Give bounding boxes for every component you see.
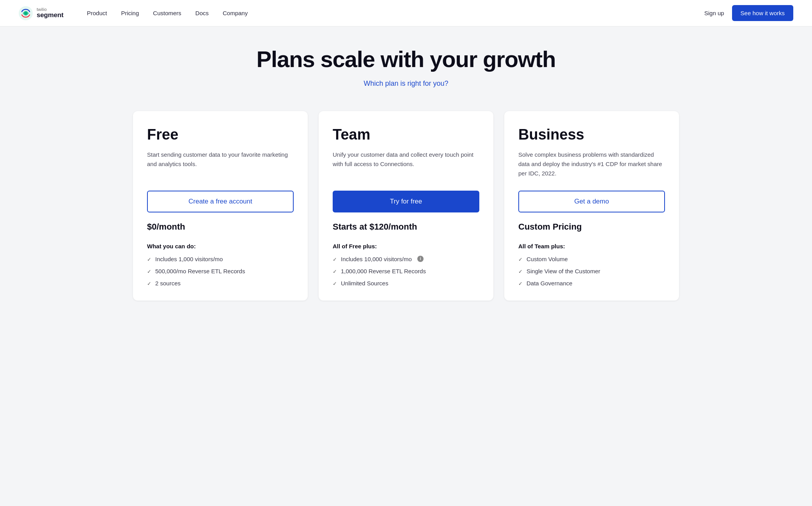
check-icon: ✓ xyxy=(518,281,523,287)
nav-actions: Sign up See how it works xyxy=(704,5,793,21)
check-icon: ✓ xyxy=(333,281,337,287)
nav-links: Product Pricing Customers Docs Company xyxy=(87,10,704,16)
check-icon: ✓ xyxy=(147,257,151,262)
check-icon: ✓ xyxy=(333,257,337,262)
feature-text: Single View of the Customer xyxy=(527,268,600,274)
plan-card-team: Team Unify your customer data and collec… xyxy=(319,111,493,301)
check-icon: ✓ xyxy=(518,257,523,262)
feature-list-free: ✓ Includes 1,000 visitors/mo ✓ 500,000/m… xyxy=(147,256,294,287)
navbar: twilio segment Product Pricing Customers… xyxy=(0,0,812,27)
see-how-it-works-button[interactable]: See how it works xyxy=(732,5,793,21)
get-a-demo-button[interactable]: Get a demo xyxy=(518,191,665,212)
feature-list-team: ✓ Includes 10,000 visitors/mo i ✓ 1,000,… xyxy=(333,256,479,287)
feature-item: ✓ Includes 10,000 visitors/mo i xyxy=(333,256,479,262)
feature-list-business: ✓ Custom Volume ✓ Single View of the Cus… xyxy=(518,256,665,287)
hero-title: Plans scale with your growth xyxy=(19,47,793,72)
features-label-team: All of Free plus: xyxy=(333,243,479,249)
svg-point-1 xyxy=(24,12,27,15)
plan-price-team: Starts at $120/month xyxy=(333,222,479,232)
feature-text: Unlimited Sources xyxy=(341,280,388,287)
pricing-section: Free Start sending customer data to your… xyxy=(0,97,812,324)
feature-item: ✓ Single View of the Customer xyxy=(518,268,665,274)
feature-item: ✓ Unlimited Sources xyxy=(333,280,479,287)
plan-description-free: Start sending customer data to your favo… xyxy=(147,150,294,180)
try-for-free-button[interactable]: Try for free xyxy=(333,191,479,212)
check-icon: ✓ xyxy=(333,269,337,274)
feature-text: Data Governance xyxy=(527,280,573,287)
feature-item: ✓ Includes 1,000 visitors/mo xyxy=(147,256,294,262)
hero-subtitle-link[interactable]: Which plan is right for you? xyxy=(363,80,448,87)
plan-description-team: Unify your customer data and collect eve… xyxy=(333,150,479,180)
feature-text: 500,000/mo Reverse ETL Records xyxy=(155,268,245,274)
logo-text: twilio segment xyxy=(37,7,64,19)
nav-link-product[interactable]: Product xyxy=(87,10,107,16)
feature-text: 2 sources xyxy=(155,280,181,287)
plan-name-business: Business xyxy=(518,127,665,143)
logo[interactable]: twilio segment xyxy=(19,6,64,20)
feature-item: ✓ Custom Volume xyxy=(518,256,665,262)
logo-segment-label: segment xyxy=(37,12,64,19)
check-icon: ✓ xyxy=(518,269,523,274)
create-free-account-button[interactable]: Create a free account xyxy=(147,191,294,212)
plan-price-free: $0/month xyxy=(147,222,294,232)
feature-item: ✓ 500,000/mo Reverse ETL Records xyxy=(147,268,294,274)
check-icon: ✓ xyxy=(147,281,151,287)
feature-text: Includes 1,000 visitors/mo xyxy=(155,256,223,262)
nav-link-customers[interactable]: Customers xyxy=(153,10,181,16)
signup-link[interactable]: Sign up xyxy=(704,10,724,16)
plan-description-business: Solve complex business problems with sta… xyxy=(518,150,665,180)
plan-card-business: Business Solve complex business problems… xyxy=(504,111,679,301)
feature-text: 1,000,000 Reverse ETL Records xyxy=(341,268,426,274)
pricing-grid: Free Start sending customer data to your… xyxy=(133,111,679,301)
feature-text: Includes 10,000 visitors/mo xyxy=(341,256,412,262)
logo-icon xyxy=(19,6,33,20)
info-icon[interactable]: i xyxy=(417,256,424,262)
nav-link-pricing[interactable]: Pricing xyxy=(121,10,139,16)
features-label-free: What you can do: xyxy=(147,243,294,249)
plan-price-business: Custom Pricing xyxy=(518,222,665,232)
hero-section: Plans scale with your growth Which plan … xyxy=(0,27,812,97)
features-label-business: All of Team plus: xyxy=(518,243,665,249)
nav-link-company[interactable]: Company xyxy=(223,10,248,16)
feature-item: ✓ Data Governance xyxy=(518,280,665,287)
nav-link-docs[interactable]: Docs xyxy=(195,10,209,16)
feature-item: ✓ 2 sources xyxy=(147,280,294,287)
plan-name-team: Team xyxy=(333,127,479,143)
check-icon: ✓ xyxy=(147,269,151,274)
plan-name-free: Free xyxy=(147,127,294,143)
plan-card-free: Free Start sending customer data to your… xyxy=(133,111,308,301)
feature-item: ✓ 1,000,000 Reverse ETL Records xyxy=(333,268,479,274)
feature-text: Custom Volume xyxy=(527,256,568,262)
